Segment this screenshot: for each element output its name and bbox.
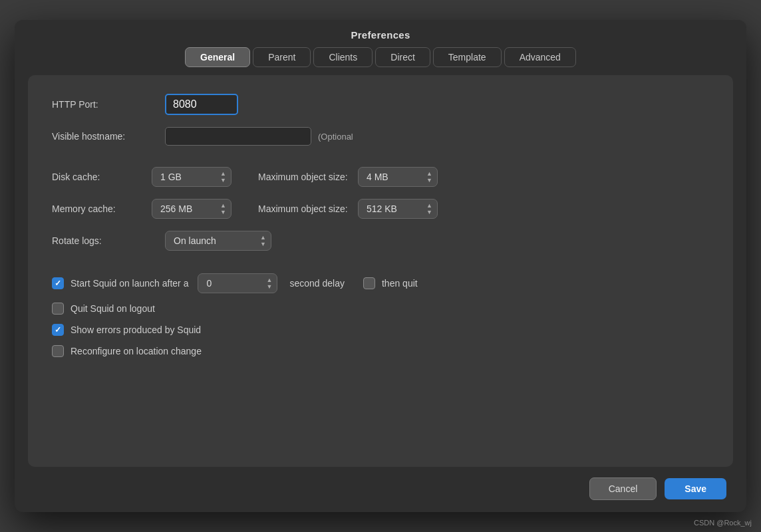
- max-object-2-select[interactable]: 64 KB 128 KB 256 KB 512 KB: [358, 199, 438, 219]
- watermark: CSDN @Rock_wj: [694, 519, 752, 527]
- disk-cache-label: Disk cache:: [52, 172, 145, 182]
- quit-squid-checkbox[interactable]: [52, 303, 64, 315]
- show-errors-label: Show errors produced by Squid: [71, 325, 201, 335]
- window-title: Preferences: [15, 20, 746, 47]
- reconfig-label: Reconfigure on location change: [71, 346, 202, 356]
- reconfig-checkbox[interactable]: [52, 345, 64, 357]
- content-area: HTTP Port: Visible hostname: (Optional D…: [28, 75, 733, 467]
- max-object-1-label: Maximum object size:: [258, 172, 351, 182]
- save-button[interactable]: Save: [665, 478, 726, 499]
- memory-cache-select-wrapper: 64 MB 128 MB 256 MB 512 MB ▲▼: [152, 199, 231, 219]
- max-object-2-field: Maximum object size: 64 KB 128 KB 256 KB…: [258, 199, 438, 219]
- tab-template[interactable]: Template: [433, 47, 502, 67]
- disk-cache-row: Disk cache: 512 MB 1 GB 2 GB 4 GB ▲▼ Max…: [52, 167, 709, 187]
- start-squid-row: Start Squid on launch after a 0 5 10 30 …: [52, 273, 709, 293]
- max-object-2-label: Maximum object size:: [258, 203, 351, 214]
- rotate-logs-label: Rotate logs:: [52, 235, 165, 246]
- preferences-window: Preferences General Parent Clients Direc…: [15, 20, 746, 512]
- max-object-1-select[interactable]: 1 MB 2 MB 4 MB 8 MB: [358, 167, 438, 187]
- http-port-label: HTTP Port:: [52, 99, 165, 110]
- quit-squid-row: Quit Squid on logout: [52, 303, 709, 315]
- then-quit-checkbox[interactable]: [363, 277, 375, 289]
- optional-label: (Optional: [318, 132, 353, 142]
- http-port-input[interactable]: [165, 94, 238, 115]
- bottom-bar: Cancel Save: [15, 467, 746, 512]
- then-quit-label: then quit: [382, 278, 418, 289]
- rotate-logs-row: Rotate logs: Never On launch Daily Weekl…: [52, 231, 709, 251]
- tab-clients[interactable]: Clients: [313, 47, 373, 67]
- start-squid-label: Start Squid on launch after a: [71, 278, 188, 289]
- delay-spinner-wrapper: 0 5 10 30 ▲▼: [198, 273, 277, 293]
- quit-squid-label: Quit Squid on logout: [71, 303, 155, 314]
- max-object-1-select-wrapper: 1 MB 2 MB 4 MB 8 MB ▲▼: [358, 167, 438, 187]
- cancel-button[interactable]: Cancel: [589, 477, 657, 500]
- memory-cache-select[interactable]: 64 MB 128 MB 256 MB 512 MB: [152, 199, 231, 219]
- show-errors-checkbox[interactable]: [52, 324, 64, 336]
- tab-advanced[interactable]: Advanced: [504, 47, 576, 67]
- max-object-1-field: Maximum object size: 1 MB 2 MB 4 MB 8 MB…: [258, 167, 438, 187]
- second-delay-label: second delay: [289, 278, 345, 289]
- http-port-row: HTTP Port:: [52, 94, 709, 115]
- memory-cache-label: Memory cache:: [52, 203, 145, 214]
- visible-hostname-label: Visible hostname:: [52, 131, 165, 142]
- memory-cache-row: Memory cache: 64 MB 128 MB 256 MB 512 MB…: [52, 199, 709, 219]
- disk-cache-select-wrapper: 512 MB 1 GB 2 GB 4 GB ▲▼: [152, 167, 231, 187]
- visible-hostname-row: Visible hostname: (Optional: [52, 127, 709, 146]
- tab-direct[interactable]: Direct: [375, 47, 430, 67]
- show-errors-row: Show errors produced by Squid: [52, 324, 709, 336]
- memory-cache-field: Memory cache: 64 MB 128 MB 256 MB 512 MB…: [52, 199, 231, 219]
- delay-spinner[interactable]: 0 5 10 30: [198, 273, 277, 293]
- disk-cache-field: Disk cache: 512 MB 1 GB 2 GB 4 GB ▲▼: [52, 167, 231, 187]
- rotate-logs-select-wrapper: Never On launch Daily Weekly ▲▼: [165, 231, 271, 251]
- max-object-2-select-wrapper: 64 KB 128 KB 256 KB 512 KB ▲▼: [358, 199, 438, 219]
- disk-cache-select[interactable]: 512 MB 1 GB 2 GB 4 GB: [152, 167, 231, 187]
- tab-bar: General Parent Clients Direct Template A…: [15, 47, 746, 75]
- tab-parent[interactable]: Parent: [253, 47, 311, 67]
- start-squid-checkbox[interactable]: [52, 277, 64, 289]
- reconfig-row: Reconfigure on location change: [52, 345, 709, 357]
- rotate-logs-select[interactable]: Never On launch Daily Weekly: [165, 231, 271, 251]
- visible-hostname-input[interactable]: [165, 127, 311, 146]
- tab-general[interactable]: General: [185, 47, 250, 67]
